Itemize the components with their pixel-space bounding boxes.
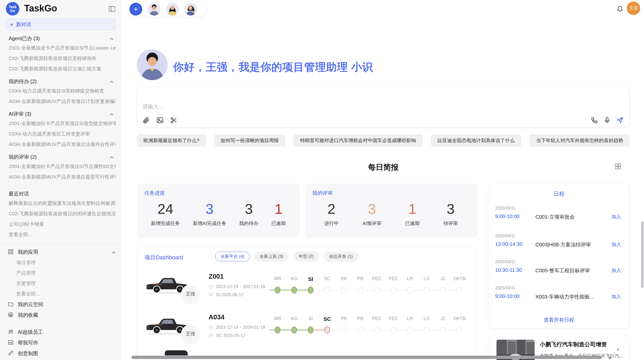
conversation-item[interactable]: C0X4-动力总成开发项目SI里程碑提交物检查 — [9, 86, 116, 96]
tab-model-year[interactable]: 年型 (2) — [293, 252, 319, 261]
conversation-item[interactable]: C0X4-动力总成开发项目工程变更评审 — [9, 129, 116, 139]
conversation-item[interactable]: A034-全新新能源MUV产品开发项目法规符合性评审 — [9, 139, 116, 149]
sidebar-collapse-icon[interactable] — [109, 6, 115, 13]
scroll-down-arrow-icon[interactable]: ▼ — [616, 347, 620, 352]
clock-icon — [209, 284, 213, 289]
sidebar-item-favorites[interactable]: 我的收藏 — [8, 310, 116, 320]
conversation-item[interactable]: C02-飞腾新能源轻客改款项目里程碑画布 — [9, 53, 116, 64]
conversation-item[interactable]: A034-全新新能源MUV产品开发项目造型可行性评审 — [9, 172, 116, 182]
schedule-entry-date: 2025/03/11 — [495, 286, 515, 290]
stat-value: 3 — [193, 201, 226, 217]
scroll-right-arrow-icon[interactable]: ▶ — [609, 355, 612, 360]
stat-value: 1 — [271, 201, 286, 217]
section-ai-review[interactable]: AI评审 (3) — [9, 111, 116, 117]
suggestion-chip[interactable]: 特朗普可能对进口汽车增税会对中国车企造成哪些影响 — [294, 134, 423, 147]
conversation-item[interactable]: Z001-全新燃油轻卡产品开发项目SI造型提交物评审 — [9, 118, 116, 129]
new-chat-button[interactable]: + 新对话 — [6, 19, 115, 30]
schedule-entry-time: 10:30-11:30 — [495, 267, 522, 273]
task-progress-stats: 24新增完成任务 3新增AI完成任务 3我的待办 1已逾期 — [144, 201, 292, 227]
send-icon[interactable] — [616, 116, 624, 125]
chat-input-card[interactable] — [137, 87, 630, 128]
conversation-item[interactable]: C02-飞腾新能源轻客改款项目的闭环通告反馈情况 — [9, 208, 116, 219]
agent-avatar-2[interactable] — [166, 3, 179, 16]
sidebar-item-creative-drawing[interactable]: 创意制图 — [8, 348, 116, 359]
section-label: 我的评审 (2) — [9, 154, 37, 160]
screenshot-scissors-icon[interactable] — [170, 116, 178, 125]
attachment-icon[interactable] — [142, 116, 151, 125]
dashboard-tabs: 全新平台 (4) 全新上装 (3) 年型 (2) 动总开发 (1) — [215, 252, 358, 261]
agent-avatar-3[interactable] — [184, 3, 197, 16]
suggestion-chip[interactable]: 如何写一份清晰的项目周报 — [214, 134, 285, 147]
chat-input-placeholder[interactable]: 请输入... — [142, 103, 163, 110]
news-title[interactable]: 小鹏飞行汽车制造公司增资 — [540, 341, 624, 348]
schedule-entry-name: C001-立项审批会 — [535, 214, 575, 220]
sidebar-item-ai-super-staff[interactable]: AI超级员工 — [8, 327, 116, 337]
view-all-conversations[interactable]: 查看全部... — [9, 229, 116, 240]
sidebar-item-my-apps[interactable]: 我的应用 — [8, 247, 116, 257]
layout-grid-icon[interactable] — [614, 163, 622, 170]
conversation-item[interactable]: A034-全新新能源MUV产品开发项目计划变更表编写 — [9, 96, 116, 107]
microphone-icon[interactable] — [603, 116, 611, 125]
stat-label: 新增完成任务 — [151, 220, 180, 227]
stat-label: 已逾期 — [271, 220, 286, 227]
suggestion-chip[interactable]: 比亚迪全固态电池计划具体说了什么 — [431, 134, 521, 147]
tab-all-new-body[interactable]: 全新上装 (3) — [254, 252, 289, 261]
phone-call-icon[interactable] — [591, 116, 599, 125]
section-my-review[interactable]: 我的评审 (2) — [9, 154, 116, 160]
schedule-entry-name: X003-车辆动力学性能验... — [535, 293, 594, 300]
conversation-item[interactable]: Z001-全新燃油轻卡产品开发项目SI节点属性5D文件评审 — [9, 161, 116, 172]
join-meeting-link[interactable]: 加入 — [611, 267, 621, 274]
input-toolbar-left — [142, 116, 178, 125]
project-code[interactable]: A034 — [209, 313, 224, 321]
divider — [495, 253, 623, 253]
vertical-scrollbar[interactable] — [641, 221, 643, 288]
project-date-range: 2023-12-19 ~ 2026-01-19 — [216, 325, 265, 330]
conversation-item[interactable]: C02-飞腾新能源轻客改款项目立项汇报方案 — [9, 64, 116, 74]
suggestion-chip[interactable]: 当下年轻人对汽车外观有怎样的喜好趋势 — [530, 134, 630, 147]
project-node-row: SC-2025-05-17 — [209, 333, 245, 338]
chevron-up-icon[interactable] — [110, 36, 114, 41]
suggestion-chip[interactable]: 欧洲新规最近颁布了什么? — [137, 134, 206, 147]
project-code[interactable]: Z001 — [209, 273, 224, 280]
sidebar: Task Go TaskGo + 新对话 Agent已办 (3) Z001-全新… — [0, 0, 121, 360]
app-item-change-mgmt[interactable]: 变更管理 — [16, 278, 121, 289]
horizontal-scrollbar[interactable] — [131, 356, 602, 359]
conversation-item[interactable]: Z001-全新燃油皮卡产品开发项目SI节点Lesson Learn报告 — [9, 43, 116, 53]
project-owner-avatar: 王强 — [181, 325, 199, 343]
greeting-text: 你好，王强，我是你的项目管理助理 小识 — [173, 60, 373, 74]
owner-name: 王强 — [186, 291, 195, 297]
notification-bell-icon[interactable] — [616, 5, 624, 13]
section-agent-done[interactable]: Agent已办 (3) — [9, 35, 116, 42]
tab-all-new-platform[interactable]: 全新平台 (4) — [215, 252, 250, 261]
divider — [495, 306, 623, 306]
chevron-up-icon[interactable] — [110, 79, 114, 84]
conversation-item[interactable]: 公司Q3轻卡销量 — [9, 219, 116, 229]
app-item-view-all[interactable]: 查看全部... — [16, 289, 121, 299]
tab-powertrain-dev[interactable]: 动总开发 (1) — [324, 252, 358, 261]
section-agent-done-list: Z001-全新燃油皮卡产品开发项目SI节点Lesson Learn报告 C02-… — [9, 43, 116, 74]
app-item-product-mgmt[interactable]: 产品管理 — [16, 268, 121, 278]
new-session-button[interactable]: + — [129, 3, 142, 16]
chevron-up-icon[interactable] — [110, 154, 114, 160]
join-meeting-link[interactable]: 加入 — [611, 214, 621, 220]
section-my-todo[interactable]: 我的待办 (2) — [9, 78, 116, 85]
sidebar-item-cloud-space[interactable]: 我的云空间 — [8, 299, 116, 310]
user-avatar[interactable]: 王强 — [627, 2, 640, 15]
divider — [495, 227, 623, 228]
my-reviews-stats: 2进行中 3AI预评审 1已逾期 3待评审 — [312, 201, 470, 227]
stat-value: 1 — [405, 201, 420, 217]
recent-list: 解释最新出台的欧盟报废车法规再生塑料比例被调至15%... C02-飞腾新能源轻… — [9, 198, 116, 240]
image-upload-icon[interactable] — [156, 116, 164, 125]
conversation-item[interactable]: 解释最新出台的欧盟报废车法规再生塑料比例被调至15%... — [9, 198, 116, 208]
pen-icon — [8, 350, 14, 357]
chevron-up-icon[interactable] — [112, 249, 116, 255]
chevron-up-icon[interactable] — [110, 111, 114, 117]
agent-avatar-1[interactable] — [148, 3, 160, 16]
view-all-schedule-link[interactable]: 查看所有日程 — [488, 317, 630, 323]
sidebar-item-help-me-write[interactable]: 帮我写作 — [8, 337, 116, 348]
app-item-project-mgmt[interactable]: 项目管理 — [16, 257, 121, 268]
my-reviews-title: 我的评审 — [312, 190, 470, 197]
join-meeting-link[interactable]: 加入 — [611, 241, 621, 248]
join-meeting-link[interactable]: 加入 — [611, 293, 621, 300]
section-label: AI评审 (3) — [9, 111, 31, 117]
